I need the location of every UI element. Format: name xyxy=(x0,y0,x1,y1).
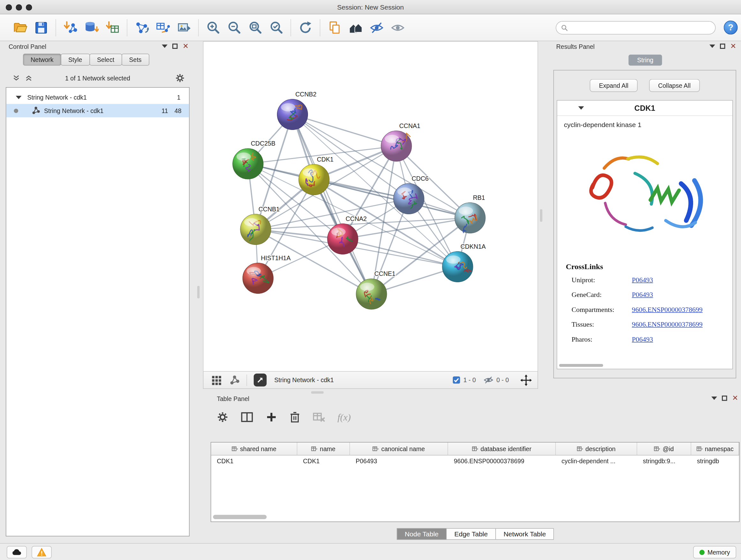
save-icon xyxy=(34,20,49,35)
panel-float-icon[interactable] xyxy=(720,44,726,49)
import-network-file-button[interactable] xyxy=(60,17,81,38)
column-header[interactable]: name xyxy=(297,442,350,455)
hide-glass-button[interactable] xyxy=(366,17,387,38)
delete-column-trash-icon[interactable] xyxy=(290,412,300,423)
network-canvas[interactable]: CCNB2CCNA1CDC25BCDK1CDC6RB1CCNB1CCNA2CDK… xyxy=(204,42,538,371)
new-network-table-button[interactable] xyxy=(152,17,173,38)
network-edge[interactable] xyxy=(293,115,397,146)
show-columns-icon[interactable] xyxy=(241,412,253,423)
zoom-fit-button[interactable] xyxy=(245,17,266,38)
help-button[interactable]: ? xyxy=(724,21,738,35)
import-table-button[interactable] xyxy=(102,17,123,38)
warnings-button[interactable] xyxy=(31,546,52,558)
network-collection-row[interactable]: String Network - cdk1 1 xyxy=(6,91,189,104)
panel-close-icon[interactable]: ✕ xyxy=(183,44,189,49)
table-settings-gear-icon[interactable] xyxy=(217,412,228,423)
panel-float-icon[interactable] xyxy=(722,395,728,401)
right-splitter-handle[interactable] xyxy=(540,209,542,222)
selected-checkbox-icon[interactable] xyxy=(452,376,461,384)
column-header[interactable]: canonical name xyxy=(350,442,448,455)
network-edge[interactable] xyxy=(314,180,470,218)
panel-menu-icon[interactable] xyxy=(162,45,168,48)
save-session-button[interactable] xyxy=(30,17,52,38)
crosslink-link[interactable]: P06493 xyxy=(632,335,653,346)
table-horizontal-scrollbar[interactable] xyxy=(213,515,738,520)
network-node-HIST1H1A[interactable] xyxy=(243,263,273,294)
column-header[interactable]: description xyxy=(556,442,637,455)
cell-id[interactable]: stringdb:9... xyxy=(637,455,691,468)
cell-database-identifier[interactable]: 9606.ENSP00000378699 xyxy=(448,455,556,468)
zoom-out-button[interactable] xyxy=(224,17,245,38)
copy-document-button[interactable] xyxy=(324,17,345,38)
add-column-icon[interactable] xyxy=(266,412,277,423)
cell-namespace[interactable]: stringdb xyxy=(691,455,739,468)
network-node-CCNE1[interactable] xyxy=(356,279,387,309)
cell-description[interactable]: cyclin-dependent ... xyxy=(556,455,637,468)
panel-close-icon[interactable]: ✕ xyxy=(730,44,736,49)
apply-layout-button[interactable] xyxy=(295,17,316,38)
protein-section-header[interactable]: CDK1 xyxy=(557,101,732,116)
column-header[interactable]: namespac xyxy=(691,442,739,455)
new-network-button[interactable] xyxy=(131,17,152,38)
scrollbar-thumb[interactable] xyxy=(213,515,267,519)
gear-icon[interactable] xyxy=(175,73,185,83)
export-image-button[interactable] xyxy=(173,17,194,38)
network-node-CDC25B[interactable] xyxy=(232,148,263,179)
tab-edge-table[interactable]: Edge Table xyxy=(446,528,496,540)
open-session-button[interactable] xyxy=(10,17,30,38)
grid-view-icon[interactable] xyxy=(211,375,222,385)
crosslink-link[interactable]: P06493 xyxy=(632,291,653,301)
cell-shared-name[interactable]: CDK1 xyxy=(211,455,297,468)
tab-node-table[interactable]: Node Table xyxy=(397,528,447,540)
home-button[interactable] xyxy=(345,17,366,38)
bottom-splitter-handle[interactable] xyxy=(311,391,324,394)
network-node-CDC6[interactable] xyxy=(394,184,424,214)
panel-menu-icon[interactable] xyxy=(710,45,716,48)
network-node-CDKN1A[interactable] xyxy=(442,252,473,282)
column-header[interactable]: shared name xyxy=(211,442,297,455)
network-node-CCNB1[interactable] xyxy=(240,214,271,245)
tab-network-table[interactable]: Network Table xyxy=(495,528,554,540)
tab-select[interactable]: Select xyxy=(89,54,122,66)
crosslink-row: Pharos: P06493 xyxy=(571,335,728,346)
memory-button[interactable]: Memory xyxy=(693,546,736,558)
column-header[interactable]: database identifier xyxy=(448,442,556,455)
network-node-RB1[interactable] xyxy=(455,203,485,233)
network-node-CDK1[interactable] xyxy=(299,165,329,195)
expand-all-button[interactable]: Expand All xyxy=(590,79,637,92)
birds-eye-button[interactable] xyxy=(254,374,267,387)
tab-sets[interactable]: Sets xyxy=(122,54,149,66)
results-scrollbar-thumb[interactable] xyxy=(559,364,603,367)
network-list-icon[interactable] xyxy=(229,375,240,385)
tab-network[interactable]: Network xyxy=(23,54,61,66)
panel-close-icon[interactable]: ✕ xyxy=(732,395,738,401)
cell-canonical-name[interactable]: P06493 xyxy=(350,455,448,468)
network-edge[interactable] xyxy=(293,115,372,294)
pan-crosshair-icon[interactable] xyxy=(521,374,532,386)
import-network-database-button[interactable] xyxy=(81,17,102,38)
network-node-CCNA2[interactable] xyxy=(327,224,358,254)
zoom-in-button[interactable] xyxy=(203,17,224,38)
collapse-all-button[interactable]: Collapse All xyxy=(649,79,700,92)
network-row[interactable]: String Network - cdk1 11 48 xyxy=(6,104,189,118)
tab-style[interactable]: Style xyxy=(61,54,90,66)
string-results-tab[interactable]: String xyxy=(629,55,662,66)
network-edge[interactable] xyxy=(256,199,409,230)
cell-name[interactable]: CDK1 xyxy=(297,455,350,468)
crosslink-link[interactable]: 9606.ENSP00000378699 xyxy=(632,306,703,316)
network-node-CCNB2[interactable] xyxy=(277,99,308,130)
panel-menu-icon[interactable] xyxy=(712,396,718,400)
left-splitter-handle[interactable] xyxy=(197,286,200,299)
column-header[interactable]: @id xyxy=(637,442,691,455)
crosslink-link[interactable]: P06493 xyxy=(632,276,653,287)
table-row[interactable]: CDK1 CDK1 P06493 9606.ENSP00000378699 cy… xyxy=(211,455,739,468)
cloud-status-button[interactable] xyxy=(7,546,27,558)
network-node-CCNA1[interactable] xyxy=(381,131,412,162)
crosslink-link[interactable]: 9606.ENSP00000378699 xyxy=(632,320,703,331)
panel-float-icon[interactable] xyxy=(173,44,178,49)
search-input[interactable] xyxy=(568,24,716,32)
zoom-selected-button[interactable] xyxy=(266,17,287,38)
show-glass-button[interactable] xyxy=(387,17,408,38)
collection-disclosure-icon[interactable] xyxy=(16,96,22,99)
hidden-eye-slash-icon[interactable] xyxy=(483,375,494,385)
